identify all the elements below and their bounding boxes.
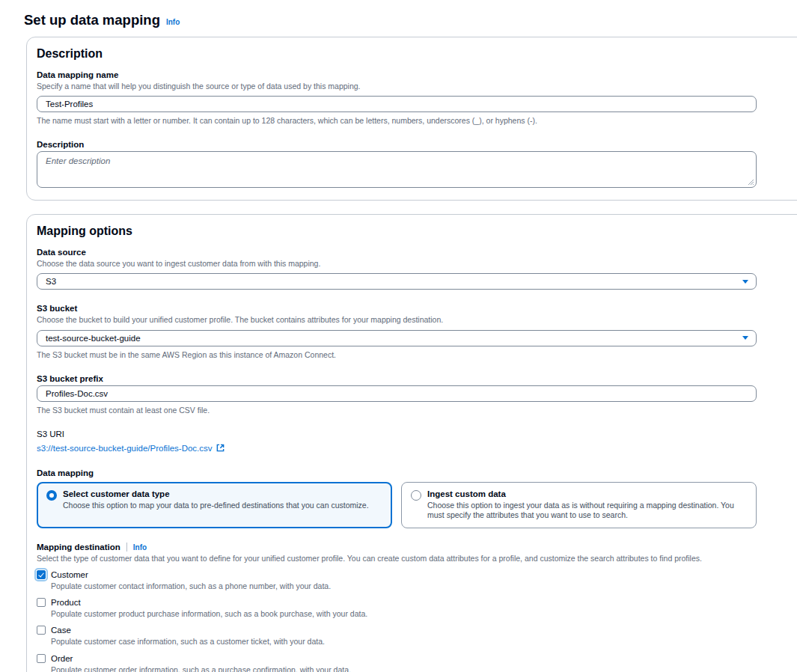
data-mapping-name-label: Data mapping name — [37, 70, 757, 79]
external-link-icon — [216, 444, 225, 452]
description-card-heading: Description — [37, 47, 797, 61]
mapping-destination-description: Select the type of customer data that yo… — [37, 554, 757, 563]
description-card: Description Data mapping name Specify a … — [26, 37, 797, 201]
s3-bucket-select[interactable]: test-source-bucket-guide — [37, 330, 757, 346]
chevron-down-icon — [742, 336, 748, 340]
data-mapping-name-description: Specify a name that will help you distin… — [37, 82, 757, 91]
mapping-options-card: Mapping options Data source Choose the d… — [26, 214, 797, 672]
data-source-field: Data source Choose the data source you w… — [37, 248, 757, 290]
checkbox-row[interactable]: Order — [37, 654, 757, 663]
chevron-down-icon — [742, 280, 748, 284]
checkbox-label: Case — [51, 626, 71, 635]
checkbox-description: Populate customer case information, such… — [51, 637, 757, 647]
data-source-select[interactable]: S3 — [37, 273, 757, 290]
s3-bucket-field: S3 bucket Choose the bucket to build you… — [37, 304, 757, 359]
radio-tile[interactable]: Ingest custom data Choose this option to… — [401, 482, 757, 528]
data-mapping-field: Data mapping Select customer data type C… — [37, 468, 757, 528]
data-mapping-name-constraint: The name must start with a letter or num… — [37, 116, 757, 126]
data-source-description: Choose the data source you want to inges… — [37, 259, 757, 269]
radio-button[interactable] — [411, 490, 421, 501]
mapping-destination-field: Mapping destination Info Select the type… — [37, 543, 757, 672]
data-mapping-radio-group: Select customer data type Choose this op… — [37, 482, 757, 528]
mapping-destination-info-link[interactable]: Info — [133, 543, 147, 552]
checkbox[interactable] — [37, 598, 46, 607]
description-field: Description — [37, 140, 757, 188]
s3-uri-link[interactable]: s3://test-source-bucket-guide/Profiles-D… — [37, 444, 225, 453]
s3-uri-label: S3 URI — [37, 430, 757, 439]
radio-tile-label: Select customer data type — [63, 489, 369, 498]
radio-tile-label: Ingest custom data — [427, 489, 747, 498]
label-divider — [126, 543, 127, 552]
s3-prefix-constraint: The S3 bucket must contain at least one … — [37, 406, 757, 415]
s3-prefix-input[interactable] — [37, 385, 757, 402]
checkbox[interactable] — [37, 626, 46, 635]
checkbox-description: Populate customer contact information, s… — [51, 581, 757, 591]
s3-uri-field: S3 URI s3://test-source-bucket-guide/Pro… — [37, 430, 757, 454]
s3-prefix-field: S3 bucket prefix The S3 bucket must cont… — [37, 374, 757, 415]
data-source-value: S3 — [46, 277, 56, 286]
mapping-destination-label: Mapping destination — [37, 543, 120, 552]
mapping-destination-checkbox-list: Customer Populate customer contact infor… — [37, 570, 757, 672]
checkbox-description: Populate customer product purchase infor… — [51, 609, 757, 619]
s3-bucket-description: Choose the bucket to build your unified … — [37, 315, 757, 325]
checkbox-label: Product — [51, 598, 81, 607]
checkbox[interactable] — [37, 570, 46, 579]
checkbox-label: Order — [51, 654, 73, 663]
s3-prefix-label: S3 bucket prefix — [37, 374, 757, 383]
page-info-link[interactable]: Info — [166, 18, 180, 26]
radio-button[interactable] — [46, 490, 57, 501]
description-textarea[interactable] — [37, 151, 757, 188]
checkbox-row[interactable]: Customer — [37, 570, 757, 579]
s3-bucket-value: test-source-bucket-guide — [46, 334, 141, 343]
radio-tile[interactable]: Select customer data type Choose this op… — [37, 482, 392, 528]
data-mapping-name-field: Data mapping name Specify a name that wi… — [37, 70, 757, 126]
page-header: Set up data mapping Info — [24, 12, 797, 28]
textarea-resize-handle[interactable] — [748, 179, 754, 186]
s3-uri-link-text: s3://test-source-bucket-guide/Profiles-D… — [37, 444, 213, 453]
data-mapping-name-input[interactable] — [37, 96, 757, 112]
page-title: Set up data mapping — [24, 12, 160, 28]
checkbox-description: Populate customer order information, suc… — [51, 665, 757, 672]
data-mapping-label: Data mapping — [37, 468, 757, 477]
checkbox-item: Product Populate customer product purcha… — [37, 598, 757, 619]
checkbox-item: Customer Populate customer contact infor… — [37, 570, 757, 591]
s3-bucket-label: S3 bucket — [37, 304, 757, 313]
checkbox-item: Case Populate customer case information,… — [37, 626, 757, 647]
data-source-label: Data source — [37, 248, 757, 257]
radio-tile-description: Choose this option to ingest your data a… — [427, 501, 747, 521]
s3-bucket-constraint: The S3 bucket must be in the same AWS Re… — [37, 350, 757, 360]
checkbox-item: Order Populate customer order informatio… — [37, 654, 757, 672]
description-label: Description — [37, 140, 757, 149]
radio-tile-description: Choose this option to map your data to p… — [63, 501, 369, 511]
mapping-options-heading: Mapping options — [37, 224, 797, 238]
checkbox-label: Customer — [51, 570, 88, 579]
checkbox[interactable] — [37, 654, 46, 663]
checkbox-row[interactable]: Case — [37, 626, 757, 635]
checkbox-row[interactable]: Product — [37, 598, 757, 607]
